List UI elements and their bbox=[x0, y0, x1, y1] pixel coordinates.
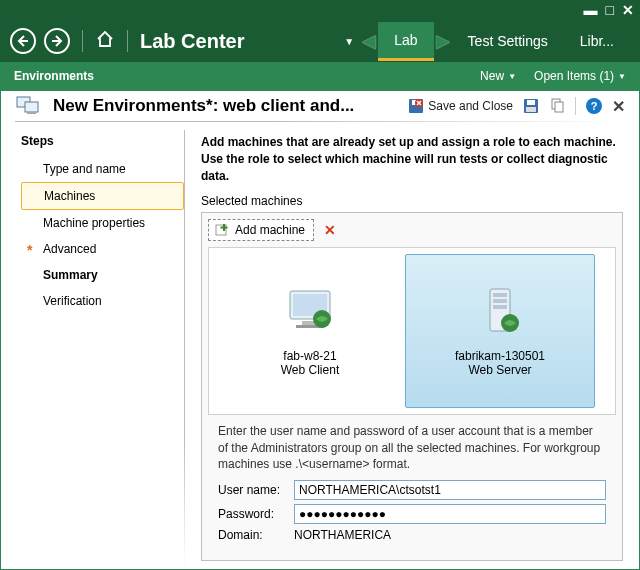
svg-rect-9 bbox=[527, 100, 535, 105]
client-computer-icon bbox=[280, 285, 340, 341]
dialog-header: New Environments*: web client and... Sav… bbox=[1, 91, 639, 121]
close-dialog-button[interactable]: ✕ bbox=[612, 97, 625, 116]
home-button[interactable] bbox=[95, 29, 115, 53]
window-close-button[interactable]: ✕ bbox=[622, 2, 634, 18]
password-label: Password: bbox=[218, 507, 294, 521]
server-icon bbox=[470, 285, 530, 341]
steps-title: Steps bbox=[21, 134, 184, 148]
dialog-body: Steps Type and name Machines Machine pro… bbox=[1, 122, 639, 569]
chevron-right-icon[interactable]: ▶ bbox=[436, 30, 450, 52]
add-machine-button[interactable]: Add machine bbox=[208, 219, 314, 241]
username-input[interactable] bbox=[294, 480, 606, 500]
credentials-help: Enter the user name and password of a us… bbox=[218, 423, 606, 472]
minimize-button[interactable]: ▬ bbox=[584, 2, 598, 18]
machine-name: fab-w8-21 bbox=[283, 349, 336, 363]
password-input[interactable] bbox=[294, 504, 606, 524]
tab-lab[interactable]: Lab bbox=[378, 22, 433, 61]
instructions-text: Add machines that are already set up and… bbox=[201, 134, 623, 184]
nav-icons bbox=[10, 28, 132, 54]
open-items-dropdown[interactable]: Open Items (1) ▼ bbox=[534, 69, 626, 83]
divider bbox=[575, 97, 576, 115]
help-button[interactable]: ? bbox=[586, 98, 602, 114]
machine-role: Web Client bbox=[281, 363, 339, 377]
machine-role: Web Server bbox=[468, 363, 531, 377]
step-machines[interactable]: Machines bbox=[21, 182, 184, 210]
step-summary[interactable]: Summary bbox=[21, 262, 184, 288]
svg-rect-12 bbox=[555, 102, 563, 112]
main-panel: Add machines that are already set up and… bbox=[185, 122, 639, 569]
username-label: User name: bbox=[218, 483, 294, 497]
caret-down-icon: ▼ bbox=[618, 72, 626, 81]
save-close-icon bbox=[408, 98, 424, 114]
dialog: New Environments*: web client and... Sav… bbox=[0, 90, 640, 570]
svg-rect-22 bbox=[493, 305, 507, 309]
step-machine-properties[interactable]: Machine properties bbox=[21, 210, 184, 236]
svg-rect-21 bbox=[493, 299, 507, 303]
machines-box: Add machine ✕ fab-w8-2 bbox=[201, 212, 623, 561]
tab-test-settings[interactable]: Test Settings bbox=[452, 23, 564, 59]
remove-machine-button[interactable]: ✕ bbox=[324, 222, 336, 238]
machine-card-client[interactable]: fab-w8-21 Web Client bbox=[215, 254, 405, 408]
machine-name: fabrikam-130501 bbox=[455, 349, 545, 363]
divider bbox=[127, 30, 128, 52]
subnav-environments[interactable]: Environments bbox=[14, 69, 94, 83]
chevron-left-icon[interactable]: ◀ bbox=[362, 30, 376, 52]
machines-grid: fab-w8-21 Web Client fabrikam-130501 bbox=[208, 247, 616, 415]
environment-icon bbox=[15, 92, 43, 120]
app-title: Lab Center bbox=[140, 30, 244, 53]
tab-library[interactable]: Libr... bbox=[564, 23, 630, 59]
top-nav: Lab Center ▼ ◀ Lab ▶ Test Settings Libr.… bbox=[0, 20, 640, 62]
window-titlebar: ▬ □ ✕ bbox=[0, 0, 640, 20]
step-type-and-name[interactable]: Type and name bbox=[21, 156, 184, 182]
selected-machines-label: Selected machines bbox=[201, 194, 623, 208]
maximize-button[interactable]: □ bbox=[606, 2, 614, 18]
steps-panel: Steps Type and name Machines Machine pro… bbox=[1, 122, 184, 569]
domain-value: NORTHAMERICA bbox=[294, 528, 391, 542]
back-button[interactable] bbox=[10, 28, 36, 54]
svg-rect-10 bbox=[526, 107, 536, 112]
step-advanced[interactable]: Advanced bbox=[21, 236, 184, 262]
forward-button[interactable] bbox=[44, 28, 70, 54]
save-and-close-button[interactable]: Save and Close bbox=[408, 98, 513, 114]
caret-down-icon: ▼ bbox=[508, 72, 516, 81]
svg-rect-4 bbox=[27, 112, 36, 114]
dialog-title: New Environments*: web client and... bbox=[53, 96, 354, 116]
machine-card-server[interactable]: fabrikam-130501 Web Server bbox=[405, 254, 595, 408]
step-verification[interactable]: Verification bbox=[21, 288, 184, 314]
new-dropdown[interactable]: New ▼ bbox=[480, 69, 516, 83]
credentials-section: Enter the user name and password of a us… bbox=[208, 415, 616, 554]
divider bbox=[82, 30, 83, 52]
svg-rect-20 bbox=[493, 293, 507, 297]
nav-tabs: ◀ Lab ▶ Test Settings Libr... bbox=[360, 22, 630, 61]
domain-label: Domain: bbox=[218, 528, 294, 542]
copy-button[interactable] bbox=[549, 98, 565, 114]
sub-nav: Environments New ▼ Open Items (1) ▼ bbox=[0, 62, 640, 90]
plus-icon bbox=[215, 223, 229, 237]
svg-rect-3 bbox=[25, 102, 38, 112]
save-button[interactable] bbox=[523, 98, 539, 114]
machines-toolbar: Add machine ✕ bbox=[208, 219, 616, 241]
title-dropdown-icon[interactable]: ▼ bbox=[344, 36, 354, 47]
